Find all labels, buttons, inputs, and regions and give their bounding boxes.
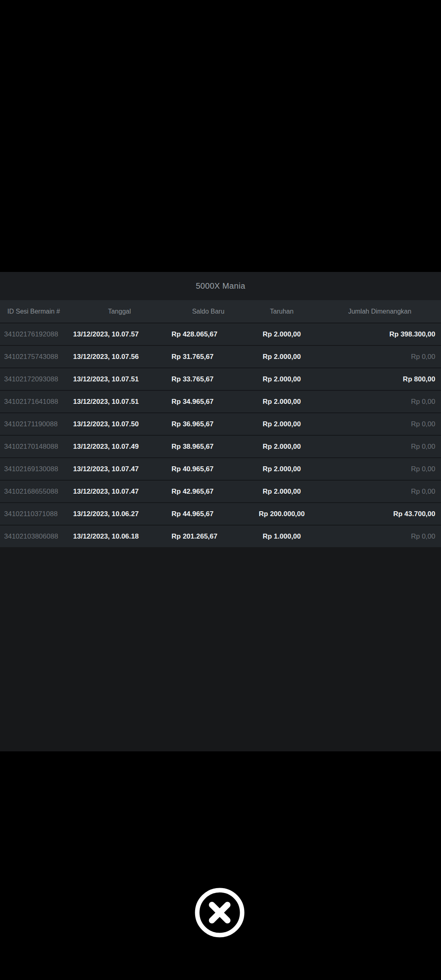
close-button[interactable] [193, 886, 247, 940]
table-row: 3410217164108813/12/2023, 10.07.51Rp 34.… [0, 390, 441, 412]
new-balance-cell: Rp 428.065,67 [172, 330, 245, 339]
new-balance-cell: Rp 34.965,67 [172, 398, 245, 406]
table-row: 3410217574308813/12/2023, 10.07.56Rp 31.… [0, 345, 441, 368]
bet-cell: Rp 2.000,00 [245, 420, 318, 428]
bet-cell: Rp 2.000,00 [245, 330, 318, 339]
date-cell: 13/12/2023, 10.07.51 [67, 398, 172, 406]
amount-won-cell: Rp 0,00 [318, 353, 441, 361]
bet-cell: Rp 2.000,00 [245, 465, 318, 473]
date-cell: 13/12/2023, 10.07.47 [67, 465, 172, 473]
new-balance-cell: Rp 36.965,67 [172, 420, 245, 428]
amount-won-cell: Rp 0,00 [318, 420, 441, 428]
amount-won-cell: Rp 0,00 [318, 465, 441, 473]
session-id-cell: 34102175743088 [0, 353, 67, 361]
new-balance-cell: Rp 201.265,67 [172, 532, 245, 541]
column-header-new-balance: Saldo Baru [172, 308, 245, 315]
new-balance-cell: Rp 40.965,67 [172, 465, 245, 473]
modal-title: 5000X Mania [196, 281, 245, 291]
bet-cell: Rp 2.000,00 [245, 375, 318, 383]
column-header-session-id: ID Sesi Bermain # [0, 308, 67, 315]
table-row: 3410216913008813/12/2023, 10.07.47Rp 40.… [0, 457, 441, 480]
session-id-cell: 34102168655088 [0, 488, 67, 496]
date-cell: 13/12/2023, 10.07.56 [67, 353, 172, 361]
new-balance-cell: Rp 42.965,67 [172, 488, 245, 496]
bet-cell: Rp 1.000,00 [245, 532, 318, 541]
table-row: 3410210380608813/12/2023, 10.06.18Rp 201… [0, 525, 441, 547]
table-row: 3410217209308813/12/2023, 10.07.51Rp 33.… [0, 368, 441, 390]
modal-empty-area [0, 547, 441, 751]
date-cell: 13/12/2023, 10.06.18 [67, 532, 172, 541]
modal-titlebar: 5000X Mania [0, 272, 441, 300]
new-balance-cell: Rp 33.765,67 [172, 375, 245, 383]
date-cell: 13/12/2023, 10.06.27 [67, 510, 172, 518]
date-cell: 13/12/2023, 10.07.50 [67, 420, 172, 428]
new-balance-cell: Rp 44.965,67 [172, 510, 245, 518]
history-table-body: 3410217619208813/12/2023, 10.07.57Rp 428… [0, 323, 441, 547]
column-header-bet: Taruhan [245, 308, 318, 315]
new-balance-cell: Rp 31.765,67 [172, 353, 245, 361]
new-balance-cell: Rp 38.965,67 [172, 443, 245, 451]
amount-won-cell: Rp 0,00 [318, 532, 441, 541]
session-id-cell: 34102169130088 [0, 465, 67, 473]
table-row: 3410217119008813/12/2023, 10.07.50Rp 36.… [0, 412, 441, 435]
amount-won-cell: Rp 43.700,00 [318, 510, 441, 518]
session-id-cell: 34102103806088 [0, 532, 67, 541]
table-header-row: ID Sesi Bermain # Tanggal Saldo Baru Tar… [0, 300, 441, 323]
bet-cell: Rp 2.000,00 [245, 353, 318, 361]
table-row: 3410217014808813/12/2023, 10.07.49Rp 38.… [0, 435, 441, 457]
session-id-cell: 34102172093088 [0, 375, 67, 383]
amount-won-cell: Rp 0,00 [318, 488, 441, 496]
circle-x-icon [193, 886, 247, 940]
table-row: 3410211037108813/12/2023, 10.06.27Rp 44.… [0, 502, 441, 525]
session-id-cell: 34102110371088 [0, 510, 67, 518]
date-cell: 13/12/2023, 10.07.57 [67, 330, 172, 339]
bet-cell: Rp 2.000,00 [245, 398, 318, 406]
game-history-modal: 5000X Mania ID Sesi Bermain # Tanggal Sa… [0, 272, 441, 751]
date-cell: 13/12/2023, 10.07.49 [67, 443, 172, 451]
amount-won-cell: Rp 0,00 [318, 398, 441, 406]
bet-cell: Rp 200.000,00 [245, 510, 318, 518]
table-row: 3410217619208813/12/2023, 10.07.57Rp 428… [0, 323, 441, 345]
amount-won-cell: Rp 398.300,00 [318, 330, 441, 339]
date-cell: 13/12/2023, 10.07.47 [67, 488, 172, 496]
table-row: 3410216865508813/12/2023, 10.07.47Rp 42.… [0, 480, 441, 502]
session-id-cell: 34102170148088 [0, 443, 67, 451]
bet-cell: Rp 2.000,00 [245, 488, 318, 496]
amount-won-cell: Rp 800,00 [318, 375, 441, 383]
column-header-date: Tanggal [67, 308, 172, 315]
bet-cell: Rp 2.000,00 [245, 443, 318, 451]
session-id-cell: 34102171641088 [0, 398, 67, 406]
date-cell: 13/12/2023, 10.07.51 [67, 375, 172, 383]
amount-won-cell: Rp 0,00 [318, 443, 441, 451]
session-id-cell: 34102176192088 [0, 330, 67, 339]
column-header-amount-won: Jumlah Dimenangkan [318, 308, 441, 315]
session-id-cell: 34102171190088 [0, 420, 67, 428]
